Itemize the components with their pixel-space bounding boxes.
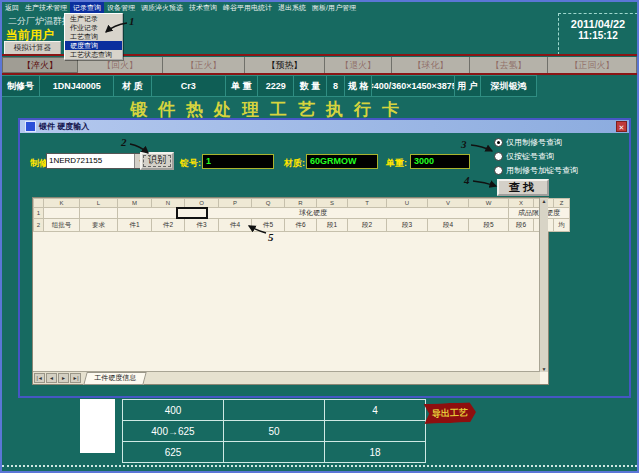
find-button[interactable]: 查找 xyxy=(497,179,549,196)
menu-item-record-query[interactable]: 记录查询 xyxy=(70,2,104,14)
sheet-cell[interactable]: 件4 xyxy=(219,219,252,232)
menu-item-tech-query[interactable]: 技术查询 xyxy=(186,2,220,14)
sheet-vertical-scrollbar[interactable]: ▲ ▼ xyxy=(539,198,548,372)
menu-item-quench-preselect[interactable]: 调质淬火预选 xyxy=(138,2,186,14)
sheet-cell[interactable]: 件3 xyxy=(185,219,219,232)
info-qty-value: 8 xyxy=(327,76,346,96)
sheet-cell[interactable]: 件5 xyxy=(252,219,285,232)
nav-next-icon[interactable]: ► xyxy=(58,373,69,383)
col-header: V xyxy=(428,199,469,208)
sheet-cell[interactable]: 均 xyxy=(554,219,570,232)
scroll-up-icon[interactable]: ▲ xyxy=(542,198,547,204)
material-label: 材质: xyxy=(284,157,305,170)
radio-query-by-serial[interactable]: 仅用制修号查询 xyxy=(494,137,562,148)
row-header: 2 xyxy=(34,219,44,232)
hardness-spreadsheet[interactable]: K L M N O P Q R S T U V W X Y xyxy=(32,197,549,385)
sheet-tab-workpiece-hardness[interactable]: 工件硬度信息 xyxy=(83,372,146,385)
radio-icon xyxy=(494,166,503,175)
sheet-cell[interactable] xyxy=(44,208,80,219)
radio-label: 仅用制修号查询 xyxy=(506,137,562,148)
nav-first-icon[interactable]: |◄ xyxy=(34,373,45,383)
info-customer-label: 用 户 xyxy=(455,76,481,96)
tab-spheroidize[interactable]: 【球化】 xyxy=(392,57,470,73)
nav-last-icon[interactable]: ►| xyxy=(70,373,81,383)
info-spec-label: 规 格 xyxy=(345,76,371,96)
app-window: 返回 生产技术管理 记录查询 设备管理 调质淬火预选 技术查询 峰谷平用电统计 … xyxy=(0,0,639,473)
tab-preheat[interactable]: 【预热】 xyxy=(245,57,325,73)
serial-combobox[interactable]: 1NERD721155 ▼ xyxy=(46,153,148,169)
info-serial-label: 制修号 xyxy=(2,76,40,96)
table-cell xyxy=(224,442,325,463)
sheet-cell[interactable]: 要求 xyxy=(80,219,118,232)
export-process-button[interactable]: 导出工艺 xyxy=(424,402,477,424)
menu-item-production-tech[interactable]: 生产技术管理 xyxy=(22,2,70,14)
dropdown-item-production-record[interactable]: 生产记录 xyxy=(65,14,122,23)
row-header: 1 xyxy=(34,208,44,219)
tab-dehydrogenate[interactable]: 【去氢】 xyxy=(470,57,548,73)
tab-normalize-temper[interactable]: 【正回火】 xyxy=(548,57,637,73)
info-serial-value: 1DNJ40005 xyxy=(40,76,114,96)
menu-item-exit[interactable]: 退出系统 xyxy=(275,2,309,14)
material-field[interactable]: 60GRMOW xyxy=(306,154,378,169)
dialog-icon xyxy=(25,121,36,132)
sheet-cell[interactable]: 组批号 xyxy=(44,219,80,232)
dropdown-item-job-record[interactable]: 作业记录 xyxy=(65,23,122,32)
radio-icon xyxy=(494,152,503,161)
hardness-input-dialog: 锻件 硬度输入 ✕ 制修号: 1NERD721155 ▼ 识别 锭号: 1 材质… xyxy=(18,118,631,398)
menu-item-power-stats[interactable]: 峰谷平用电统计 xyxy=(220,2,275,14)
sheet-cell[interactable] xyxy=(80,208,118,219)
sheet-cell[interactable]: 件6 xyxy=(285,219,317,232)
annotation-1: 1 xyxy=(129,15,135,27)
sheet-cell[interactable]: 段3 xyxy=(387,219,428,232)
identify-button[interactable]: 识别 xyxy=(140,152,174,170)
table-row: 625 18 xyxy=(123,442,426,463)
col-header: T xyxy=(348,199,387,208)
menu-item-user-mgmt[interactable]: 面板/用户管理 xyxy=(309,2,359,14)
workpiece-info-bar: 制修号 1DNJ40005 材 质 Cr3 单 重 2229 数 量 8 规 格… xyxy=(2,75,537,97)
table-cell: 625 xyxy=(123,442,224,463)
annotation-5: 5 xyxy=(268,231,274,243)
menu-item-equipment[interactable]: 设备管理 xyxy=(104,2,138,14)
sheet-cell[interactable]: 段2 xyxy=(348,219,387,232)
table-cell: 400→625 xyxy=(123,421,224,442)
close-icon[interactable]: ✕ xyxy=(616,121,627,132)
dotted-divider xyxy=(2,465,637,467)
info-customer-value: 深圳银鸿 xyxy=(481,76,537,96)
dialog-body: 制修号: 1NERD721155 ▼ 识别 锭号: 1 材质: 60GRMOW … xyxy=(20,133,629,396)
col-header: Q xyxy=(252,199,285,208)
time-text: 11:15:12 xyxy=(559,30,637,41)
col-header: X xyxy=(509,199,534,208)
table-row: 400→625 50 xyxy=(123,421,426,442)
serial-combobox-value: 1NERD721155 xyxy=(47,154,134,168)
sheet-cell[interactable]: 段4 xyxy=(428,219,469,232)
dropdown-item-process-query[interactable]: 工艺查询 xyxy=(65,32,122,41)
dropdown-item-hardness-query[interactable]: 硬度查询 xyxy=(65,41,122,50)
weight-field[interactable]: 3000 xyxy=(410,154,470,169)
col-header: U xyxy=(387,199,428,208)
radio-label: 用制修号加锭号查询 xyxy=(506,165,578,176)
sheet-cell[interactable]: 件1 xyxy=(118,219,152,232)
info-weight-label: 单 重 xyxy=(226,76,258,96)
dropdown-item-process-status-query[interactable]: 工艺状态查询 xyxy=(65,50,122,59)
menu-bar: 返回 生产技术管理 记录查询 设备管理 调质淬火预选 技术查询 峰谷平用电统计 … xyxy=(2,2,359,13)
info-material-label: 材 质 xyxy=(114,76,151,96)
tab-normalize[interactable]: 【正火】 xyxy=(163,57,245,73)
sheet-cell[interactable]: 段5 xyxy=(469,219,509,232)
ingot-label: 锭号: xyxy=(180,157,201,170)
dialog-titlebar[interactable]: 锻件 硬度输入 ✕ xyxy=(20,120,629,133)
nav-prev-icon[interactable]: ◄ xyxy=(46,373,57,383)
sheet-cell[interactable]: 段6 xyxy=(509,219,534,232)
radio-query-by-serial-and-ingot[interactable]: 用制修号加锭号查询 xyxy=(494,165,578,176)
bottom-white-panel xyxy=(80,399,115,453)
col-header: R xyxy=(285,199,317,208)
scroll-down-icon[interactable]: ▼ xyxy=(542,366,547,372)
tab-anneal[interactable]: 【退火】 xyxy=(325,57,392,73)
table-cell xyxy=(325,421,426,442)
sheet-cell[interactable]: 段1 xyxy=(317,219,348,232)
radio-query-by-ingot[interactable]: 仅按锭号查询 xyxy=(494,151,554,162)
record-query-dropdown: 生产记录 作业记录 工艺查询 硬度查询 工艺状态查询 xyxy=(64,13,123,60)
ingot-field[interactable]: 1 xyxy=(202,154,274,169)
sheet-cell[interactable]: 件2 xyxy=(152,219,185,232)
table-cell xyxy=(224,400,325,421)
menu-item-return[interactable]: 返回 xyxy=(2,2,22,14)
